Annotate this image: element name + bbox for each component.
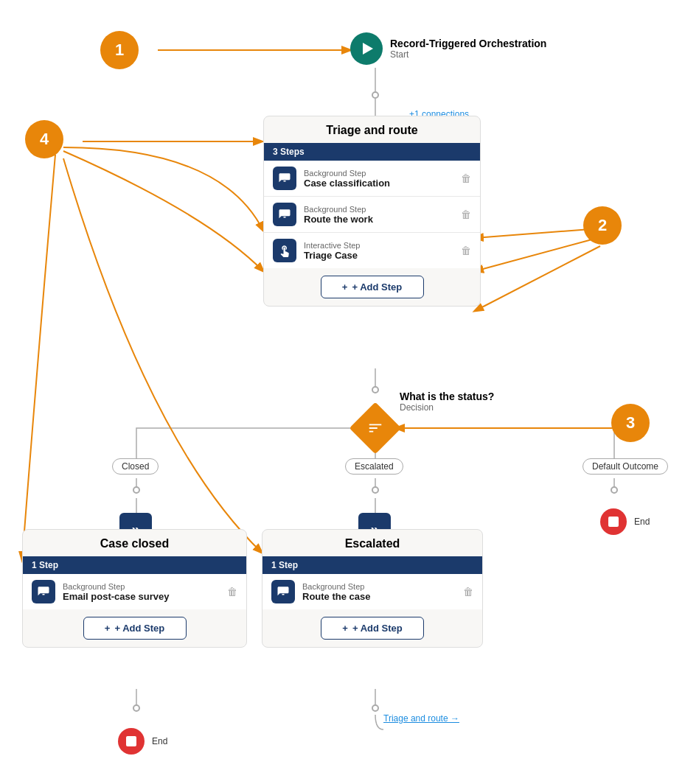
step-row: Background Step Email post-case survey 🗑 [23, 574, 246, 609]
connector-dot-escalated [372, 486, 379, 494]
step-text-1: Background Step Case classification [304, 169, 453, 189]
connector-dot-2 [372, 386, 379, 393]
closed-pill: Closed [112, 458, 159, 475]
triage-card: Triage and route 3 Steps Background Step… [263, 116, 481, 307]
delete-step-3[interactable]: 🗑 [461, 245, 471, 256]
decision-icon [357, 410, 394, 447]
default-pill: Default Outcome [582, 458, 668, 475]
triage-card-title: Triage and route [264, 116, 480, 143]
escalated-steps-header: 1 Step [262, 556, 482, 574]
svg-line-13 [475, 228, 600, 238]
decision-label: What is the status? Decision [400, 391, 494, 413]
background-step-icon-2 [273, 203, 296, 226]
circle-4: 4 [25, 120, 63, 158]
step-text-cc: Background Step Email post-case survey [63, 582, 220, 602]
end-node-1: End [600, 508, 650, 535]
connector-dot-esc-bottom [372, 704, 379, 712]
step-row: Background Step Route the work 🗑 [264, 197, 480, 233]
connector-dot-default [611, 486, 618, 494]
case-closed-steps-header: 1 Step [23, 556, 246, 574]
delete-step-esc[interactable]: 🗑 [463, 586, 473, 598]
add-step-button-escalated[interactable]: + + Add Step [321, 617, 424, 640]
delete-step-2[interactable]: 🗑 [461, 209, 471, 220]
circle-3: 3 [611, 404, 650, 442]
escalated-pill: Escalated [345, 458, 403, 475]
case-closed-title: Case closed [23, 530, 246, 556]
step-row: Interactive Step Triage Case 🗑 [264, 233, 480, 268]
connector-dot-closed [133, 486, 140, 494]
background-step-icon-cc [32, 580, 55, 603]
step-row: Background Step Route the case 🗑 [262, 574, 482, 609]
background-step-icon-1 [273, 167, 296, 190]
triage-loop-link[interactable]: Triage and route → [383, 713, 459, 724]
connector-dot-cc-bottom [133, 704, 140, 712]
delete-step-1[interactable]: 🗑 [461, 172, 471, 184]
step-text-3: Interactive Step Triage Case [304, 241, 453, 261]
interactive-step-icon-3 [273, 239, 296, 262]
add-step-button-triage[interactable]: + + Add Step [321, 276, 424, 298]
play-icon [350, 32, 383, 65]
case-closed-card: Case closed 1 Step Background Step Email… [22, 529, 247, 648]
end-node-2: End [118, 728, 167, 755]
circle-2: 2 [583, 206, 622, 245]
end-circle-1 [600, 508, 627, 535]
start-node: Record-Triggered Orchestration Start [350, 32, 546, 65]
svg-line-14 [475, 237, 600, 271]
step-text-2: Background Step Route the work [304, 205, 453, 225]
background-step-icon-esc [271, 580, 295, 603]
svg-line-15 [475, 246, 600, 311]
delete-step-cc[interactable]: 🗑 [227, 586, 237, 598]
circle-1: 1 [100, 31, 139, 69]
end-circle-2 [118, 728, 145, 755]
connector-dot-1 [372, 91, 379, 99]
add-step-button-closed[interactable]: + + Add Step [83, 617, 187, 640]
start-label: Record-Triggered Orchestration Start [390, 38, 546, 60]
decision-container [357, 410, 394, 447]
escalated-title: Escalated [262, 530, 482, 556]
escalated-card: Escalated 1 Step Background Step Route t… [262, 529, 483, 648]
step-text-esc: Background Step Route the case [302, 582, 456, 602]
step-row: Background Step Case classification 🗑 [264, 161, 480, 197]
triage-steps-header: 3 Steps [264, 143, 480, 161]
